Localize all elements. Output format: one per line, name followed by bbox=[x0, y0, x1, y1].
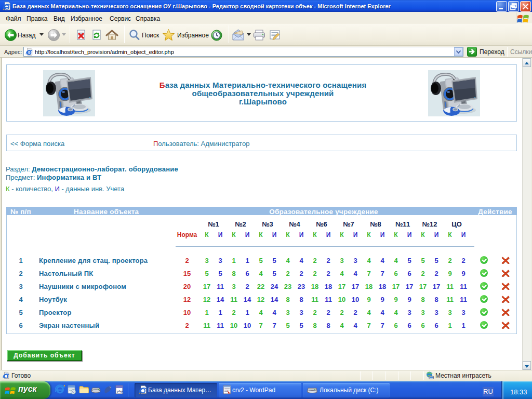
svg-text:php: php bbox=[117, 390, 123, 393]
